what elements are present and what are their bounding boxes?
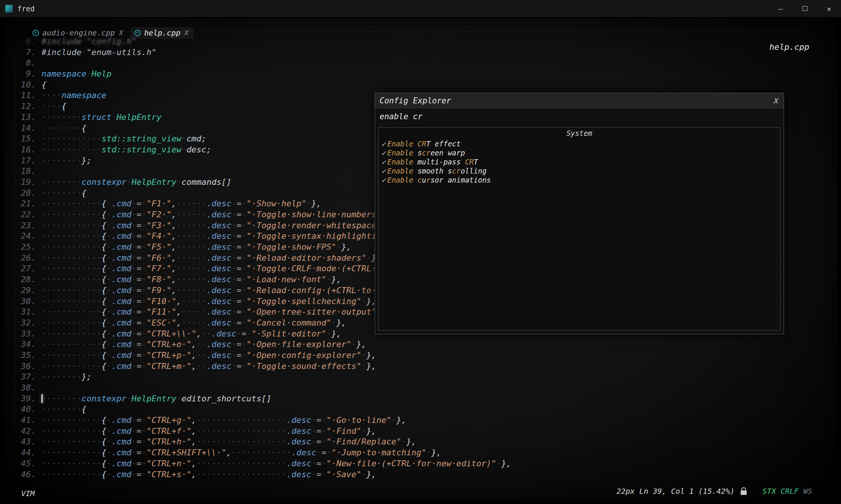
tab-close-icon[interactable]: X <box>184 29 188 37</box>
code-token: .desc <box>206 340 231 349</box>
code-token: · <box>311 459 316 468</box>
code-token: · <box>141 264 146 273</box>
code-token: .cmd <box>111 415 131 425</box>
checkbox-checked-icon[interactable]: ✓ <box>381 149 386 157</box>
config-search-input[interactable]: enable cr <box>375 108 784 125</box>
code-token: = <box>137 459 141 468</box>
tab-audio-engine.cpp[interactable]: audio-engine.cppX <box>29 27 128 39</box>
checkbox-checked-icon[interactable]: ✓ <box>381 167 386 175</box>
checkbox-checked-icon[interactable]: ✓ <box>381 158 386 166</box>
code-line-content: ············{·.cmd·=·"CTRL+SHIFT+\\·",··… <box>42 447 441 458</box>
line-number: 12. <box>14 101 42 112</box>
code-token: { <box>101 231 106 241</box>
code-token: = <box>237 210 241 219</box>
code-token: = <box>137 426 141 436</box>
code-token: · <box>131 329 136 338</box>
checkbox-checked-icon[interactable]: ✓ <box>381 140 386 148</box>
code-line[interactable]: 40.········{ <box>14 404 837 415</box>
code-token: "CTRL+h·" <box>146 437 191 446</box>
code-token: · <box>106 361 111 371</box>
code-token: = <box>137 361 141 371</box>
code-token: "F6·" <box>146 253 171 263</box>
code-line[interactable]: 39.········constexpr·HelpEntry·editor_sh… <box>14 393 837 404</box>
code-token: = <box>137 415 141 425</box>
code-line[interactable]: 41.············{·.cmd·=·"CTRL+g·",······… <box>14 415 837 426</box>
code-token: { <box>101 275 106 284</box>
code-line[interactable]: 43.············{·.cmd·=·"CTRL+h·",······… <box>14 436 837 447</box>
tab-close-icon[interactable]: X <box>119 29 123 37</box>
code-token: ········ <box>42 123 81 133</box>
code-token: { <box>42 80 46 89</box>
code-token: .desc <box>206 210 231 219</box>
code-token: · <box>366 253 371 263</box>
code-line[interactable]: 9.namespace·Help <box>14 69 837 80</box>
checkbox-checked-icon[interactable]: ✓ <box>381 176 386 184</box>
code-token: .desc <box>206 275 231 284</box>
code-token: , <box>171 231 176 241</box>
code-line[interactable]: 36.············{·.cmd·=·"CTRL+m·",··.des… <box>14 361 837 372</box>
close-button[interactable]: ✕ <box>817 0 841 17</box>
code-line[interactable]: 42.············{·.cmd·=·"CTRL+f·",······… <box>14 426 837 437</box>
code-token: , <box>171 242 176 252</box>
minimize-button[interactable]: – <box>769 0 793 17</box>
code-token: = <box>137 286 141 295</box>
line-number: 15. <box>14 134 42 144</box>
config-option[interactable]: ✓Enable cursor animations <box>381 175 780 184</box>
code-line-content: ············{·.cmd·=·"F3·",······.desc·=… <box>42 220 397 231</box>
option-label-part: smooth s <box>413 167 452 175</box>
code-line[interactable]: 38. <box>14 383 837 393</box>
code-token: "enum-utils.h" <box>86 48 156 57</box>
code-token: "F2·" <box>146 210 171 219</box>
window-title: fred <box>17 5 35 13</box>
code-line-content: ········}; <box>42 372 91 383</box>
tab-help.cpp[interactable]: help.cppX <box>131 27 194 39</box>
code-token: { <box>81 188 86 198</box>
code-line[interactable]: 8. <box>14 58 837 69</box>
code-line[interactable]: 44.············{·.cmd·=·"CTRL+SHIFT+\\·"… <box>14 447 837 458</box>
code-line[interactable]: 46.············{·.cmd·=·"CTRL+s·",······… <box>14 469 837 480</box>
code-token: · <box>321 470 326 479</box>
code-token: }; <box>81 372 92 381</box>
config-option[interactable]: ✓Enable screen warp <box>381 148 780 157</box>
code-token: · <box>337 242 341 252</box>
code-line[interactable]: 35.············{·.cmd·=·"CTRL+p·",··.des… <box>14 350 837 361</box>
line-number: 44. <box>14 447 42 458</box>
code-token: · <box>177 394 181 403</box>
code-token: · <box>141 448 146 457</box>
config-explorer-close-button[interactable]: X <box>774 96 778 105</box>
code-token: · <box>231 264 236 273</box>
code-token: "·Load·new·font" <box>246 275 326 284</box>
code-token: · <box>241 297 246 306</box>
code-token: , <box>171 253 176 263</box>
code-token: .cmd <box>111 318 131 327</box>
code-token: = <box>317 437 321 446</box>
code-token: · <box>241 264 246 273</box>
line-number: 37. <box>14 372 42 383</box>
code-line-content: ············{·.cmd·=·"CTRL+\\·",··.desc·… <box>42 329 341 340</box>
code-line[interactable]: 37.········}; <box>14 372 837 383</box>
config-option[interactable]: ✓Enable multi-pass CRT <box>381 157 780 166</box>
code-token: · <box>231 286 236 295</box>
line-number: 35. <box>14 350 42 361</box>
code-line[interactable]: 34.············{·.cmd·=·"CTRL+o·",··.des… <box>14 339 837 350</box>
code-token: .desc <box>286 459 311 468</box>
code-line[interactable]: 45.············{·.cmd·=·"CTRL+n·",······… <box>14 458 837 469</box>
code-token: }, <box>397 415 407 425</box>
config-option[interactable]: ✓Enable CRT effect <box>381 139 780 148</box>
code-line[interactable]: 7.#include·"enum-utils.h" <box>14 47 837 58</box>
code-token: · <box>311 415 316 425</box>
maximize-button[interactable] <box>793 0 817 17</box>
code-token: · <box>141 286 146 295</box>
code-token: "·Open·file·explorer" <box>246 340 351 349</box>
code-token: · <box>131 275 136 284</box>
code-token: = <box>137 253 141 263</box>
code-token: · <box>106 286 111 295</box>
code-token: , <box>226 448 231 457</box>
line-number: 43. <box>14 436 42 447</box>
option-label-part: Enable <box>387 158 413 166</box>
config-option[interactable]: ✓Enable smooth scrolling <box>381 166 780 175</box>
code-token: { <box>101 448 106 457</box>
code-line[interactable]: 10.{ <box>14 80 837 91</box>
code-token: ············ <box>42 340 101 349</box>
code-token: , <box>191 437 196 446</box>
